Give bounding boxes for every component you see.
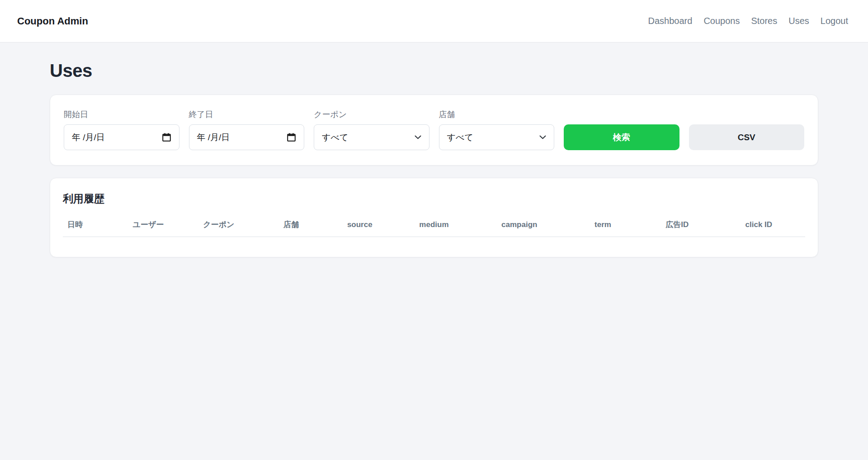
start-date-label: 開始日 [64, 109, 179, 120]
coupon-label: クーポン [314, 109, 429, 120]
coupon-field: クーポン すべて [314, 109, 429, 150]
store-selected-value: すべて [447, 132, 473, 143]
col-click-id: click ID [712, 215, 805, 237]
end-date-placeholder: 年 /月/日 [197, 132, 230, 143]
coupon-selected-value: すべて [322, 132, 348, 143]
history-card: 利用履歴 日時 ユーザー クーポン 店舗 source medium campa… [50, 178, 818, 257]
history-table: 日時 ユーザー クーポン 店舗 source medium campaign t… [63, 215, 805, 237]
store-label: 店舗 [439, 109, 555, 120]
history-header-row: 日時 ユーザー クーポン 店舗 source medium campaign t… [63, 215, 805, 237]
col-ad-id: 広告ID [642, 215, 712, 237]
chevron-down-icon [415, 135, 421, 139]
nav-link-dashboard[interactable]: Dashboard [648, 16, 693, 26]
end-date-input[interactable]: 年 /月/日 [189, 124, 305, 150]
brand-link[interactable]: Coupon Admin [17, 15, 88, 27]
main-content: Uses 開始日 年 /月/日 [0, 61, 868, 257]
store-select[interactable]: すべて [439, 124, 555, 150]
filter-card: 開始日 年 /月/日 終了日 年 /月/日 [50, 95, 818, 166]
csv-button[interactable]: CSV [689, 124, 805, 150]
top-navbar: Coupon Admin Dashboard Coupons Stores Us… [0, 0, 868, 43]
nav-links: Dashboard Coupons Stores Uses Logout [648, 16, 848, 26]
calendar-icon[interactable] [287, 133, 296, 142]
nav-link-coupons[interactable]: Coupons [703, 16, 740, 26]
coupon-select[interactable]: すべて [314, 124, 429, 150]
col-coupon: クーポン [182, 215, 256, 237]
col-medium: medium [393, 215, 475, 237]
nav-link-logout[interactable]: Logout [821, 16, 848, 26]
col-datetime: 日時 [63, 215, 115, 237]
chevron-down-icon [539, 135, 546, 139]
start-date-placeholder: 年 /月/日 [72, 132, 105, 143]
history-title: 利用履歴 [63, 192, 805, 206]
col-term: term [564, 215, 642, 237]
col-source: source [326, 215, 393, 237]
store-field: 店舗 すべて [439, 109, 555, 150]
page-title: Uses [50, 61, 818, 81]
filters-row: 開始日 年 /月/日 終了日 年 /月/日 [64, 109, 804, 150]
nav-link-uses[interactable]: Uses [788, 16, 809, 26]
start-date-field: 開始日 年 /月/日 [64, 109, 179, 150]
nav-link-stores[interactable]: Stores [751, 16, 777, 26]
end-date-label: 終了日 [189, 109, 305, 120]
calendar-icon[interactable] [162, 133, 171, 142]
search-button[interactable]: 検索 [564, 124, 679, 150]
col-user: ユーザー [115, 215, 182, 237]
col-store: 店舗 [256, 215, 326, 237]
col-campaign: campaign [475, 215, 564, 237]
start-date-input[interactable]: 年 /月/日 [64, 124, 179, 150]
end-date-field: 終了日 年 /月/日 [189, 109, 305, 150]
